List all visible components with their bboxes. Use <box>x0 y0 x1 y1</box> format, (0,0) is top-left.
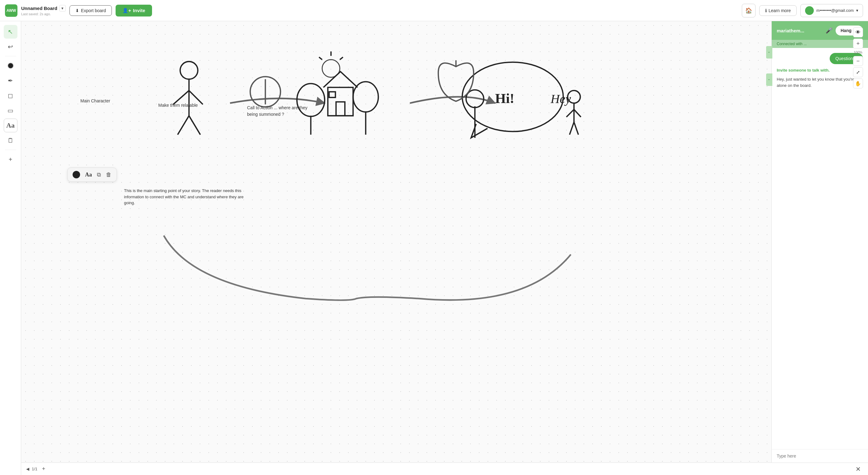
export-icon: ⬇ <box>75 8 79 13</box>
logo: AWW <box>5 4 18 17</box>
canvas-description-text: This is the main starting point of your … <box>124 188 255 206</box>
board-dropdown-btn[interactable]: ▾ <box>59 5 66 11</box>
copy-button[interactable]: ⧉ <box>97 171 101 178</box>
color-picker-button[interactable] <box>4 59 18 72</box>
svg-point-28 <box>250 76 280 107</box>
text-tool-button[interactable]: Aa <box>4 118 18 132</box>
board-name: Unnamed Board <box>21 6 57 11</box>
svg-line-5 <box>189 116 200 135</box>
canvas-area[interactable]: Hi! Hey <box>21 21 434 238</box>
make-relatable-label: Make them relatable <box>158 103 198 108</box>
svg-point-0 <box>180 62 198 79</box>
eraser-tool-button[interactable]: ◻ <box>4 89 18 102</box>
last-saved-text: Last saved: 2s ago. <box>21 12 66 16</box>
svg-line-8 <box>340 57 343 60</box>
text-format-toolbar: Aa ⧉ 🗑 <box>67 167 117 182</box>
svg-line-3 <box>189 91 203 105</box>
header: AWW Unnamed Board ▾ Last saved: 2s ago. … <box>0 0 434 21</box>
svg-rect-15 <box>336 102 345 116</box>
export-label: Export board <box>81 8 106 13</box>
draw-tool-button[interactable]: ✒ <box>4 74 18 88</box>
svg-line-4 <box>178 116 189 135</box>
delete-button[interactable]: 🗑 <box>106 171 112 178</box>
board-name-section: Unnamed Board ▾ Last saved: 2s ago. <box>21 5 66 16</box>
export-board-button[interactable]: ⬇ Export board <box>69 5 112 16</box>
undo-tool-button[interactable]: ↩ <box>4 40 18 54</box>
svg-point-12 <box>353 81 378 112</box>
add-element-button[interactable]: + <box>4 152 18 166</box>
text-format-button[interactable]: Aa <box>85 171 92 178</box>
sticky-note-button[interactable]: 🗒 <box>4 134 18 147</box>
rectangle-tool-button[interactable]: ▭ <box>4 104 18 117</box>
svg-line-2 <box>173 91 189 105</box>
invite-label: Invite <box>133 8 145 13</box>
select-tool-button[interactable]: ↖ <box>4 25 18 39</box>
call-to-action-label: Call to Action ... where are they being … <box>247 105 316 118</box>
svg-line-9 <box>319 57 322 60</box>
invite-button[interactable]: 👤+ Invite <box>116 5 152 16</box>
svg-rect-16 <box>329 92 335 97</box>
color-dot <box>7 63 14 69</box>
svg-point-6 <box>322 60 340 77</box>
invite-icon: 👤+ <box>122 8 131 13</box>
left-toolbar: ↖ ↩ ✒ ◻ ▭ Aa 🗒 + <box>0 21 21 238</box>
text-color-button[interactable] <box>72 171 80 178</box>
main-character-label: Main Character <box>81 98 110 103</box>
svg-marker-14 <box>328 88 353 116</box>
